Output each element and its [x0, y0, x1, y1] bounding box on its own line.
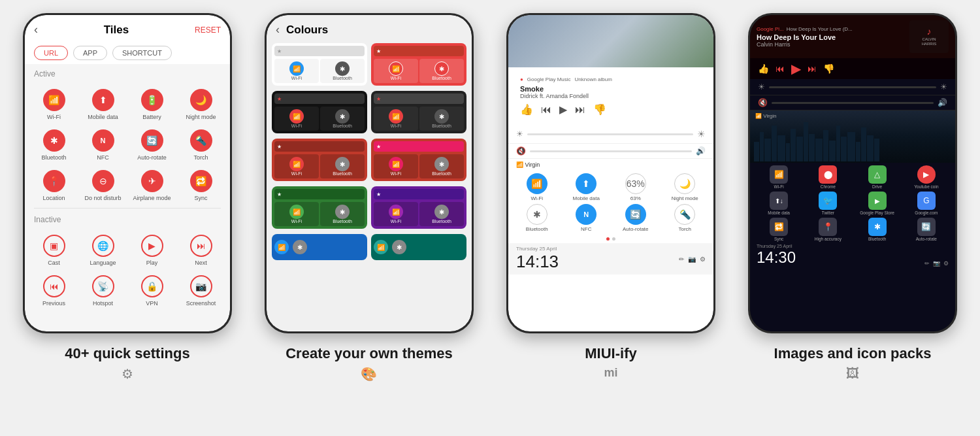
- s4-app-wifi[interactable]: 📶 Wi-Fi: [755, 165, 802, 189]
- s4-play[interactable]: ▶: [791, 61, 801, 76]
- feature-miuiify: ● Google Play Music Unknown album Smoke …: [490, 13, 732, 436]
- miui-date: Thursday 25 April 14:13: [516, 246, 559, 272]
- s4-music-title-top: How Deep Is Your Love (D...: [787, 26, 853, 32]
- accuracy-icon: 📍: [819, 218, 837, 236]
- tile-battery[interactable]: 🔋 Battery: [128, 84, 176, 123]
- mobiledata-app-icon: ⬆↓: [770, 192, 788, 210]
- tile-mobiledata[interactable]: ⬆ Mobile data: [79, 84, 127, 123]
- tile-language[interactable]: 🌐 Language: [79, 229, 127, 269]
- tile-hotspot[interactable]: 📡 Hotspot: [79, 270, 127, 309]
- s4-app-google[interactable]: G Google.com: [903, 192, 950, 215]
- camera-icon[interactable]: 📷: [688, 256, 696, 263]
- volume-bar[interactable]: [530, 150, 692, 152]
- tile-screenshot[interactable]: 📷 Screenshot: [177, 270, 225, 309]
- s4-app-row-2: ⬆↓ Mobile data 🐦 Twitter ▶ Google Play S…: [750, 190, 955, 216]
- tiles-reset[interactable]: RESET: [195, 25, 221, 35]
- quick-mobiledata[interactable]: ⬆ Mobile data: [563, 173, 610, 201]
- tile-play[interactable]: ▶ Play: [128, 229, 176, 269]
- settings-icon[interactable]: ⚙: [700, 256, 706, 263]
- play-pause-icon[interactable]: ▶: [559, 103, 567, 116]
- s4-thumbup[interactable]: 👍: [758, 63, 769, 74]
- screenshot-icon: 📷: [190, 275, 212, 297]
- tile-wifi[interactable]: 📶 Wi-Fi: [30, 84, 78, 123]
- quick-wifi[interactable]: 📶 Wi-Fi: [514, 173, 561, 201]
- s4-music-fulltitle: How Deep Is Your Love: [757, 33, 904, 41]
- s4-music[interactable]: Google Pl... How Deep Is Your Love (D...…: [750, 15, 955, 58]
- tile-next[interactable]: ⏭ Next: [177, 229, 225, 269]
- s4-app-drive[interactable]: △ Drive: [854, 165, 901, 189]
- brightness-bar[interactable]: [527, 133, 693, 135]
- screen-images: Google Pl... How Deep Is Your Love (D...…: [750, 15, 955, 331]
- s4-prev[interactable]: ⏮: [776, 63, 785, 74]
- quick-nightmode[interactable]: 🌙 Night mode: [662, 173, 709, 201]
- tab-url[interactable]: URL: [34, 46, 68, 60]
- feature-colours: ‹ Colours ★ 📶 Wi-Fi: [248, 13, 490, 436]
- s4-app-autorotate[interactable]: 🔄 Auto-rotate: [903, 218, 950, 241]
- s4-camera-icon[interactable]: 📷: [933, 260, 940, 267]
- s4-statusbar: Thursday 25 April 14:30 ✏ 📷 ⚙: [750, 243, 955, 269]
- quick-autorotate[interactable]: 🔄 Auto-rotate: [612, 204, 659, 232]
- colours-back-icon[interactable]: ‹: [276, 23, 280, 37]
- skip-icon[interactable]: ⏭: [575, 104, 585, 116]
- edit-icon[interactable]: ✏: [679, 256, 684, 263]
- page-indicator: [508, 235, 713, 243]
- s4-settings-icon[interactable]: ⚙: [943, 260, 949, 267]
- s4-volume-high: 🔊: [938, 98, 947, 107]
- tile-nightmode[interactable]: 🌙 Night mode: [177, 84, 225, 123]
- s4-app-bluetooth[interactable]: ✱ Bluetooth: [854, 218, 901, 241]
- s4-edit-icon[interactable]: ✏: [924, 260, 930, 267]
- thumbup-icon[interactable]: 👍: [520, 103, 533, 116]
- tile-cast[interactable]: ▣ Cast: [30, 229, 78, 269]
- miui-network: 📶 Virgin: [508, 159, 713, 171]
- s4-time: 14:30: [757, 248, 796, 267]
- s4-app-sync[interactable]: 🔁 Sync: [755, 218, 802, 241]
- s4-app-mobiledata[interactable]: ⬆↓ Mobile data: [755, 192, 802, 215]
- s4-app-chrome[interactable]: ⬤ Chrome: [804, 165, 851, 189]
- tile-bluetooth[interactable]: ✱ Bluetooth: [30, 124, 78, 163]
- tab-app[interactable]: APP: [73, 46, 107, 60]
- tile-autorotate[interactable]: 🔄 Auto-rotate: [128, 124, 176, 163]
- tile-location[interactable]: 📍 Location: [30, 165, 78, 204]
- phone-mockup-colours: ‹ Colours ★ 📶 Wi-Fi: [265, 13, 474, 333]
- colour-row-2: ★ 📶 Wi-Fi ✱ Bluetooth: [267, 90, 472, 135]
- quick-rotate-icon: 🔄: [625, 204, 646, 225]
- tile-sync[interactable]: 🔁 Sync: [177, 165, 225, 204]
- miui-time: 14:13: [516, 252, 559, 272]
- prev-icon[interactable]: ⏮: [541, 104, 551, 116]
- s4-date: Thursday 25 April: [757, 244, 796, 248]
- s4-app-youtube[interactable]: ▶ Youtube coin: [903, 165, 950, 189]
- images-feature-icon: 🖼: [774, 366, 932, 381]
- thumbdown-icon[interactable]: 👎: [593, 103, 606, 116]
- miui-music-card[interactable]: ● Google Play Music Unknown album Smoke …: [514, 71, 708, 121]
- s4-volume-bar[interactable]: [772, 102, 934, 104]
- tab-shortcut[interactable]: SHORTCUT: [112, 46, 172, 60]
- quick-torch[interactable]: 🔦 Torch: [662, 204, 709, 232]
- tile-nfc[interactable]: N NFC: [79, 124, 127, 163]
- s4-skip[interactable]: ⏭: [808, 63, 817, 74]
- quick-bluetooth[interactable]: ✱ Bluetooth: [514, 204, 561, 232]
- s4-thumbdown[interactable]: 👎: [823, 63, 834, 74]
- battery-icon: 🔋: [141, 89, 163, 111]
- s4-brightness-bar[interactable]: [769, 86, 936, 88]
- music-notif-header: ● Google Play Music Unknown album: [520, 76, 702, 82]
- quick-battery[interactable]: 63% 63%: [612, 173, 659, 201]
- quick-nfc[interactable]: N NFC: [563, 204, 610, 232]
- s4-app-playstore[interactable]: ▶ Google Play Store: [854, 192, 901, 215]
- colour-panel-black-light: ★ 📶 Wi-Fi ✱ Bluetooth: [272, 91, 367, 133]
- twitter-icon: 🐦: [819, 192, 837, 210]
- tile-previous[interactable]: ⏮ Previous: [30, 270, 78, 309]
- music-title: Smoke: [520, 85, 702, 93]
- tile-airplane[interactable]: ✈ Airplane mode: [128, 165, 176, 204]
- brightness-high-icon: ☀: [697, 129, 706, 139]
- vpn-icon: 🔒: [141, 275, 163, 297]
- wifi-app-icon: 📶: [770, 165, 788, 184]
- tile-torch[interactable]: 🔦 Torch: [177, 124, 225, 163]
- tile-dnd[interactable]: ⊖ Do not disturb: [79, 165, 127, 204]
- colours-label: Create your own themes 🎨: [286, 345, 453, 382]
- s4-app-twitter[interactable]: 🐦 Twitter: [804, 192, 851, 215]
- s4-app-accuracy[interactable]: 📍 High accuracy: [804, 218, 851, 241]
- tile-vpn[interactable]: 🔒 VPN: [128, 270, 176, 309]
- colour-row-4: ★ 📶 Wi-Fi ✱ Bluetooth: [267, 185, 472, 230]
- s4-brightness-low: ☀: [758, 82, 765, 92]
- sync-app-icon: 🔁: [770, 218, 788, 236]
